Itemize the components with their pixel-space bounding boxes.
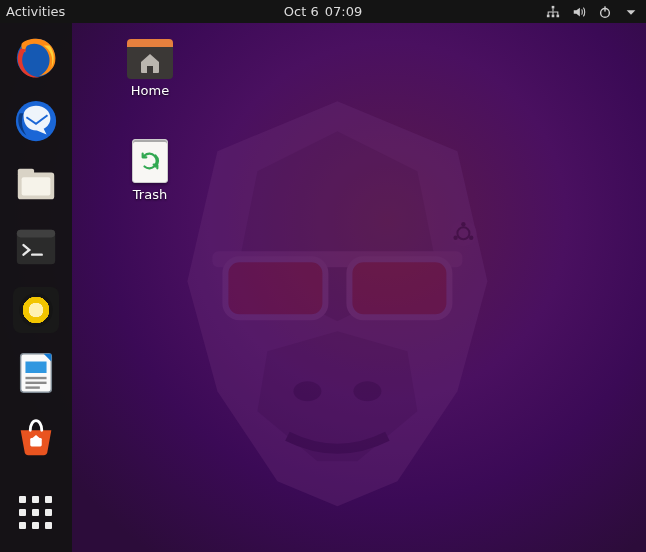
chevron-down-icon[interactable] xyxy=(624,5,638,19)
network-icon[interactable] xyxy=(546,5,560,19)
folder-home-icon xyxy=(127,39,173,79)
system-tray[interactable] xyxy=(546,5,638,19)
launcher-rhythmbox[interactable] xyxy=(11,285,61,335)
clock-time: 07:09 xyxy=(325,4,362,19)
svg-rect-31 xyxy=(25,377,46,379)
desktop-icon-label: Trash xyxy=(133,187,167,202)
svg-rect-33 xyxy=(25,386,39,388)
clock[interactable]: Oct 6 07:09 xyxy=(284,4,362,19)
launcher-ubuntu-software[interactable] xyxy=(11,411,61,461)
desktop-icon-trash[interactable]: Trash xyxy=(110,139,190,202)
show-applications-button[interactable] xyxy=(11,488,61,538)
svg-rect-17 xyxy=(552,14,555,17)
volume-icon[interactable] xyxy=(572,5,586,19)
activities-button[interactable]: Activities xyxy=(6,4,65,19)
top-bar: Activities Oct 6 07:09 xyxy=(0,0,646,23)
dock xyxy=(0,23,72,552)
power-icon[interactable] xyxy=(598,5,612,19)
launcher-libreoffice-writer[interactable] xyxy=(11,348,61,398)
trash-icon xyxy=(132,139,168,183)
desktop-icon-home[interactable]: Home xyxy=(110,39,190,98)
launcher-thunderbird[interactable] xyxy=(11,96,61,146)
desktop-screen: Activities Oct 6 07:09 xyxy=(0,0,646,552)
svg-rect-24 xyxy=(18,169,34,177)
svg-rect-20 xyxy=(604,6,605,11)
svg-rect-32 xyxy=(25,382,46,384)
launcher-files[interactable] xyxy=(11,159,61,209)
svg-rect-18 xyxy=(557,14,560,17)
svg-rect-27 xyxy=(17,230,55,238)
svg-rect-30 xyxy=(25,362,46,374)
svg-rect-25 xyxy=(22,177,51,195)
desktop-icon-label: Home xyxy=(131,83,169,98)
svg-rect-16 xyxy=(547,14,550,17)
launcher-terminal[interactable] xyxy=(11,222,61,272)
launcher-firefox[interactable] xyxy=(11,33,61,83)
svg-rect-34 xyxy=(30,438,42,447)
speaker-icon xyxy=(13,287,59,333)
clock-date: Oct 6 xyxy=(284,4,319,19)
svg-rect-15 xyxy=(552,5,555,8)
desktop-area[interactable]: Home Trash xyxy=(72,23,646,552)
